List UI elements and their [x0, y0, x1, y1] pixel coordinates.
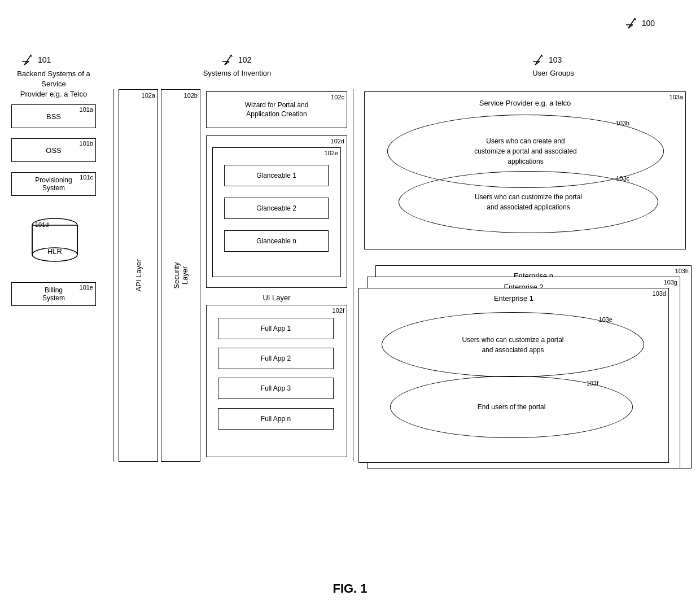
fullapp-outer-box: 102f Full App 1 Full App 2 Full App 3 Fu…	[206, 305, 347, 457]
bolt-101-icon	[20, 54, 36, 66]
fullapp-n-box: Full App n	[218, 408, 334, 430]
invention-section-title: Systems of Invention	[158, 69, 316, 77]
oval-103c: 103c Users who can customize the portala…	[399, 171, 658, 233]
ref-102c: 102c	[331, 94, 344, 100]
ref-103d: 103d	[653, 290, 666, 297]
ref-102b: 102b	[184, 92, 198, 99]
glanceable-n-box: Glanceable n	[224, 230, 329, 252]
ref-103-label: 103	[549, 55, 562, 64]
ref-102-header: 102	[220, 54, 251, 66]
enterprise-1-box: 103d Enterprise 1 103e Users who can cus…	[358, 288, 669, 463]
ref-103e: 103e	[599, 316, 613, 323]
oss-label: OSS	[46, 146, 61, 155]
oss-box: 101b OSS	[11, 138, 96, 162]
oval-103b-text: Users who can create andcustomize a port…	[452, 136, 599, 167]
ref-101c: 101c	[80, 174, 93, 181]
ref-103-header: 103	[531, 54, 562, 66]
svg-line-4	[24, 55, 31, 65]
fullapp-1-label: Full App 1	[261, 325, 291, 332]
ref-100: 100	[624, 17, 655, 29]
bss-box: 101a BSS	[11, 104, 96, 128]
billing-label: Billing System	[33, 286, 75, 302]
glanceable-2-label: Glanceable 2	[256, 204, 296, 212]
diagram-container: 100 101 Backend Systems of a ServiceProv…	[0, 0, 700, 613]
glanceable-outer-box: 102d 102e Glanceable 1 Glanceable 2 Glan…	[206, 135, 347, 288]
fullapp-1-box: Full App 1	[218, 318, 334, 339]
bolt-100-icon	[624, 17, 640, 29]
ref-103h: 103h	[675, 268, 689, 274]
ref-103g: 103g	[664, 279, 677, 286]
ref-102e: 102e	[325, 150, 338, 156]
ref-103a: 103a	[670, 94, 683, 100]
wizard-box: 102c Wizard for Portal andApplication Cr…	[206, 91, 347, 128]
enterprise-1-label: Enterprise 1	[494, 294, 533, 303]
ref-102d: 102d	[331, 138, 344, 145]
ui-layer-label: UI Layer	[231, 294, 322, 302]
fullapp-3-box: Full App 3	[218, 378, 334, 399]
ref-102a: 102a	[142, 92, 155, 99]
svg-line-13	[225, 55, 231, 65]
ref-103c: 103c	[616, 175, 629, 182]
fullapp-3-label: Full App 3	[261, 384, 291, 392]
bolt-102-icon	[220, 54, 236, 66]
hlr-label: HLR	[29, 247, 80, 256]
oval-103f-text: End users of the portal	[478, 402, 546, 412]
fullapp-n-label: Full App n	[261, 415, 291, 423]
api-layer-label: API Layer	[134, 259, 143, 291]
backend-section-title: Backend Systems of a ServiceProvider e.g…	[6, 69, 102, 100]
service-provider-box: 103a Service Provider e.g. a telco 103b …	[364, 91, 686, 249]
ref-101b: 101b	[80, 140, 93, 147]
ref-102-label: 102	[238, 55, 251, 64]
divider-right	[353, 89, 353, 462]
ref-100-label: 100	[642, 19, 655, 28]
divider-left	[113, 89, 113, 462]
fullapp-2-box: Full App 2	[218, 348, 334, 369]
ref-102f: 102f	[333, 307, 344, 314]
fig-1-label: FIG. 1	[0, 581, 700, 596]
oval-103c-text: Users who can customize the portaland as…	[475, 192, 582, 212]
wizard-label: Wizard for Portal andApplication Creatio…	[215, 100, 339, 120]
oval-103e: 103e Users who can customize a portaland…	[382, 312, 644, 377]
fullapp-2-label: Full App 2	[261, 354, 291, 362]
glanceable-1-label: Glanceable 1	[256, 172, 296, 179]
hlr-ref: 101d	[35, 221, 49, 228]
ref-101-header: 101	[20, 54, 51, 66]
ref-101-label: 101	[38, 55, 51, 64]
glanceable-1-box: Glanceable 1	[224, 165, 329, 186]
provisioning-box: 101c Provisioning System	[11, 172, 96, 196]
glanceable-inner-box: 102e Glanceable 1 Glanceable 2 Glanceabl…	[212, 147, 341, 277]
glanceable-2-box: Glanceable 2	[224, 198, 329, 219]
oval-103f: 103f End users of the portal	[390, 376, 633, 438]
ref-101a: 101a	[80, 106, 93, 113]
ref-103f: 103f	[587, 380, 598, 387]
billing-box: 101e Billing System	[11, 282, 96, 306]
ref-103b: 103b	[616, 120, 629, 126]
bss-label: BSS	[46, 112, 61, 121]
security-layer-box: 102b SecurityLayer	[161, 89, 200, 462]
ref-101e: 101e	[80, 284, 93, 291]
api-layer-box: 102a API Layer	[119, 89, 158, 462]
user-groups-title: User Groups	[452, 69, 655, 77]
oval-103e-text: Users who can customize a portaland asso…	[445, 335, 580, 355]
security-layer-label: SecurityLayer	[172, 262, 189, 289]
svg-line-17	[535, 55, 542, 65]
svg-line-0	[628, 18, 635, 28]
provisioning-label: Provisioning System	[33, 176, 75, 192]
glanceable-n-label: Glanceable n	[256, 237, 296, 245]
bolt-103-icon	[531, 54, 546, 66]
service-provider-label: Service Provider e.g. a telco	[479, 99, 571, 107]
